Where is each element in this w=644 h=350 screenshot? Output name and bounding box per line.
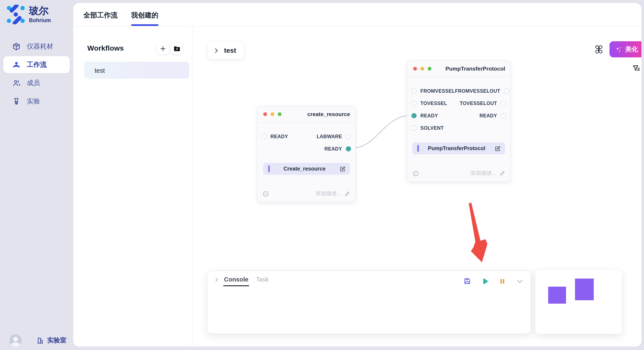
body-row: Workflows test	[73, 27, 642, 347]
plus-icon	[159, 45, 166, 52]
folder-download-icon	[173, 45, 180, 52]
building-icon	[36, 336, 44, 345]
node-name: Create_resource	[270, 166, 340, 172]
port-solvent[interactable]: SOLVENT	[412, 125, 444, 130]
beautify-label: 美化	[625, 45, 638, 53]
beautify-button[interactable]: 美化	[610, 41, 642, 57]
users-icon	[12, 78, 21, 87]
info-icon[interactable]	[413, 170, 419, 176]
sidebar-item-label: 工作流	[27, 60, 47, 69]
collapse-panel-button[interactable]	[516, 277, 524, 285]
breadcrumb[interactable]: test	[208, 42, 244, 59]
node-name: PumpTransferProtocol	[419, 146, 494, 151]
port-ready-out[interactable]: READY	[324, 146, 351, 151]
port-ready-out[interactable]: READY	[480, 113, 506, 118]
port-circle[interactable]	[504, 88, 509, 93]
command-clover-icon[interactable]	[593, 44, 604, 55]
node-ports: READY LABWARE READY	[257, 130, 355, 155]
sidebar-item-instruments[interactable]: 仪器耗材	[4, 38, 70, 55]
sidebar: 玻尔 Bohrium 仪器耗材 工作流	[0, 0, 73, 350]
workflows-actions	[157, 42, 183, 54]
lab-switcher[interactable]: 实验室	[36, 336, 66, 345]
app-root: 玻尔 Bohrium 仪器耗材 工作流	[0, 0, 644, 350]
sidebar-item-label: 成员	[27, 78, 40, 87]
tab-console[interactable]: Console	[224, 276, 248, 286]
node-name-row[interactable]: PumpTransferProtocol	[412, 143, 505, 154]
node-pump-transfer-protocol[interactable]: PumpTransferProtocol FROMVESSEL FROMVESS…	[407, 60, 511, 182]
avatar[interactable]	[9, 334, 22, 347]
logo[interactable]: 玻尔 Bohrium	[6, 5, 51, 24]
filter-icon[interactable]	[632, 63, 642, 74]
main-content: 全部工作流 我创建的 Workflows	[73, 3, 642, 347]
save-button[interactable]	[464, 277, 471, 285]
node-create-resource[interactable]: create_resource READY LABWARE	[257, 106, 356, 202]
port-circle[interactable]	[412, 125, 416, 130]
workflows-panel: Workflows test	[73, 27, 192, 347]
play-icon	[481, 277, 489, 285]
sidebar-item-label: 仪器耗材	[27, 42, 53, 51]
port-circle[interactable]	[501, 101, 506, 106]
traffic-yellow-dot	[420, 67, 424, 71]
port-circle[interactable]	[412, 88, 416, 93]
traffic-dots	[413, 67, 432, 71]
description-placeholder[interactable]: 添加描述...	[470, 170, 496, 177]
minimap[interactable]	[536, 270, 622, 334]
workflows-header: Workflows	[87, 42, 183, 54]
port-ready-in[interactable]: READY	[262, 134, 288, 139]
workflow-item-label: test	[94, 67, 105, 74]
traffic-red-dot	[263, 112, 267, 116]
minimap-node	[575, 279, 594, 300]
port-fromvesselout[interactable]: FROMVESSELOUT	[455, 88, 509, 93]
sidebar-item-label: 实验	[27, 97, 40, 106]
workflow-list-item[interactable]: test	[84, 62, 189, 79]
edit-icon[interactable]	[340, 166, 346, 172]
node-header: create_resource	[257, 106, 355, 123]
node-footer: 添加描述...	[263, 190, 350, 197]
minimap-node	[548, 287, 566, 304]
port-circle[interactable]	[346, 134, 351, 139]
port-circle-connected[interactable]	[412, 113, 416, 118]
node-title: PumpTransferProtocol	[446, 65, 505, 72]
save-icon	[464, 277, 471, 285]
add-workflow-button[interactable]	[157, 42, 169, 54]
tab-task[interactable]: Task	[256, 276, 269, 286]
port-ready-in[interactable]: READY	[412, 113, 438, 118]
sidebar-item-workflows[interactable]: 工作流	[4, 56, 70, 73]
port-tovesselout[interactable]: TOVESSELOUT	[460, 101, 506, 106]
sidebar-item-members[interactable]: 成员	[4, 74, 70, 91]
chevron-right-icon[interactable]	[214, 276, 220, 283]
node-footer: 添加描述...	[413, 170, 505, 177]
pencil-icon[interactable]	[344, 191, 350, 196]
port-labware-out[interactable]: LABWARE	[317, 134, 351, 139]
workflows-title: Workflows	[87, 44, 124, 53]
traffic-green-dot	[428, 67, 432, 71]
port-circle[interactable]	[412, 101, 416, 106]
description-placeholder[interactable]: 添加描述...	[316, 190, 341, 197]
workflow-canvas[interactable]: test 美化	[192, 27, 642, 347]
port-fromvessel[interactable]: FROMVESSEL	[412, 88, 455, 93]
node-header: PumpTransferProtocol	[407, 61, 510, 77]
breadcrumb-label: test	[224, 47, 236, 54]
traffic-green-dot	[278, 112, 282, 116]
sidebar-item-experiments[interactable]: 实验	[4, 93, 70, 110]
sidebar-nav: 仪器耗材 工作流 成员	[0, 37, 73, 111]
traffic-red-dot	[413, 67, 417, 71]
port-tovessel[interactable]: TOVESSEL	[412, 101, 447, 106]
port-circle[interactable]	[262, 134, 267, 139]
run-button[interactable]	[481, 277, 489, 285]
info-icon[interactable]	[263, 191, 269, 197]
sparkles-icon	[615, 46, 622, 53]
node-name-row[interactable]: Create_resource	[263, 163, 350, 175]
pencil-icon[interactable]	[500, 171, 505, 176]
pause-button[interactable]	[499, 278, 506, 285]
tab-all-workflows[interactable]: 全部工作流	[84, 11, 118, 26]
edit-icon[interactable]	[494, 145, 501, 152]
import-folder-button[interactable]	[171, 42, 183, 54]
tab-my-created[interactable]: 我创建的	[131, 11, 158, 26]
console-panel: Console Task	[207, 270, 531, 334]
chevron-down-icon	[516, 277, 524, 285]
port-row: TOVESSEL TOVESSELOUT	[407, 97, 510, 109]
port-circle-connected[interactable]	[346, 146, 351, 151]
port-circle[interactable]	[501, 113, 506, 118]
workflow-tabs: 全部工作流 我创建的	[73, 3, 642, 26]
